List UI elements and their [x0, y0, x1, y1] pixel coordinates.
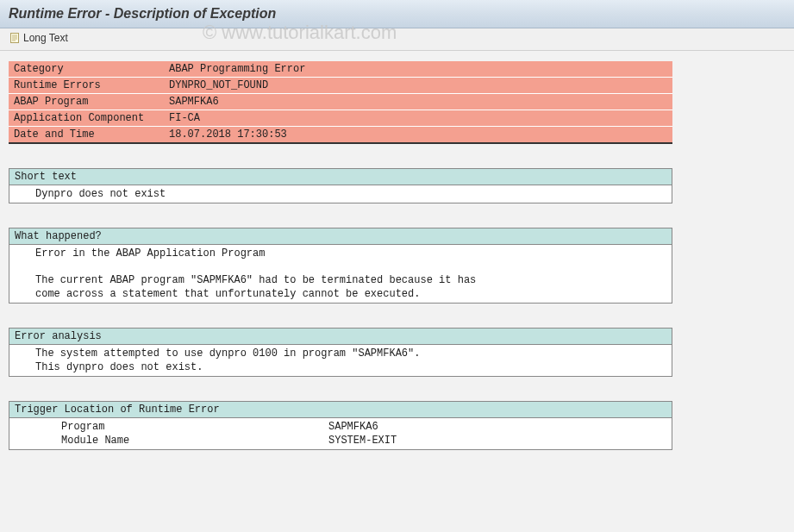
info-table: Category ABAP Programming Error Runtime … — [9, 61, 672, 144]
info-label: ABAP Program — [9, 94, 164, 110]
row-label: Module Name — [35, 435, 328, 447]
section-row: Module Name SYSTEM-EXIT — [9, 434, 672, 448]
trigger-location-section: Trigger Location of Runtime Error Progra… — [9, 401, 672, 450]
section-line: Error in the ABAP Application Program — [9, 247, 672, 260]
info-value: SAPMFKA6 — [164, 94, 672, 110]
section-body: Program SAPMFKA6 Module Name SYSTEM-EXIT — [9, 418, 672, 449]
section-header: Short text — [9, 169, 672, 185]
info-value: 18.07.2018 17:30:53 — [164, 127, 672, 144]
title-bar: Runtime Error - Description of Exception — [0, 0, 794, 28]
info-row: Application Component FI-CA — [9, 110, 672, 127]
section-body: Error in the ABAP Application Program Th… — [9, 245, 672, 303]
info-label: Category — [9, 61, 164, 78]
what-happened-section: What happened? Error in the ABAP Applica… — [9, 228, 672, 304]
section-header: Error analysis — [9, 329, 672, 345]
toolbar: Long Text — [0, 28, 794, 51]
section-line: Dynpro does not exist — [9, 187, 672, 201]
row-label: Program — [35, 421, 328, 433]
info-row: Category ABAP Programming Error — [9, 61, 672, 78]
section-line: The current ABAP program "SAPMFKA6" had … — [9, 273, 672, 287]
info-value: DYNPRO_NOT_FOUND — [164, 78, 672, 94]
long-text-label: Long Text — [23, 32, 68, 44]
info-row: Date and Time 18.07.2018 17:30:53 — [9, 127, 672, 144]
section-line: come across a statement that unfortunate… — [9, 287, 672, 301]
info-value: ABAP Programming Error — [164, 61, 672, 78]
info-label: Application Component — [9, 110, 164, 127]
info-label: Date and Time — [9, 127, 164, 144]
info-label: Runtime Errors — [9, 78, 164, 94]
error-analysis-section: Error analysis The system attempted to u… — [9, 328, 672, 377]
content-area: Category ABAP Programming Error Runtime … — [0, 51, 794, 460]
svg-rect-0 — [11, 34, 19, 43]
info-value: FI-CA — [164, 110, 672, 127]
short-text-section: Short text Dynpro does not exist — [9, 168, 672, 203]
row-value: SAPMFKA6 — [328, 421, 666, 433]
section-header: Trigger Location of Runtime Error — [9, 402, 672, 418]
section-line: This dynpro does not exist. — [9, 360, 672, 374]
section-line: The system attempted to use dynpro 0100 … — [9, 347, 672, 360]
info-row: Runtime Errors DYNPRO_NOT_FOUND — [9, 78, 672, 94]
long-text-button[interactable]: Long Text — [9, 32, 68, 44]
page-title: Runtime Error - Description of Exception — [9, 6, 276, 21]
row-value: SYSTEM-EXIT — [328, 435, 666, 447]
section-body: The system attempted to use dynpro 0100 … — [9, 345, 672, 376]
info-row: ABAP Program SAPMFKA6 — [9, 94, 672, 110]
section-line — [9, 260, 672, 273]
section-body: Dynpro does not exist — [9, 185, 672, 203]
document-icon — [9, 32, 21, 44]
section-row: Program SAPMFKA6 — [9, 420, 672, 434]
section-header: What happened? — [9, 228, 672, 245]
